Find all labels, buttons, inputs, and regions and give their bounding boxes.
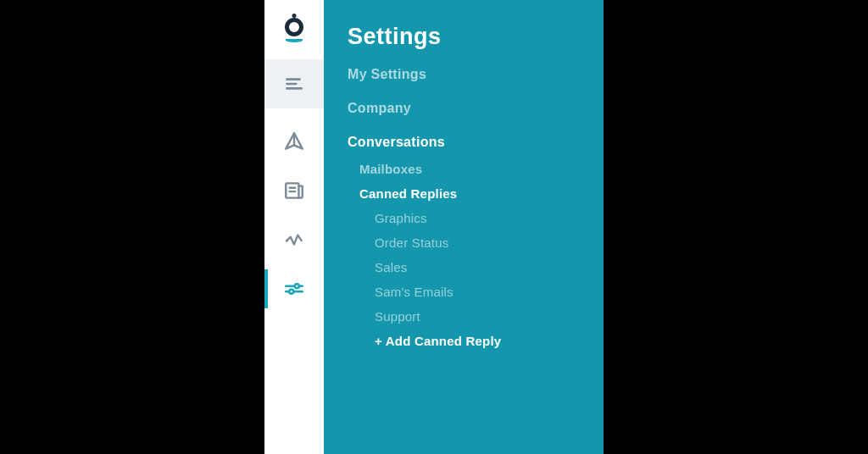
- nav-menu[interactable]: [264, 59, 324, 108]
- icon-rail: [264, 0, 324, 454]
- nav-company[interactable]: Company: [348, 101, 604, 116]
- panel-title: Settings: [348, 24, 604, 50]
- nav-my-settings[interactable]: My Settings: [348, 67, 604, 82]
- svg-point-10: [295, 284, 299, 288]
- newspaper-icon: [283, 180, 305, 202]
- reply-item[interactable]: Graphics: [375, 211, 604, 225]
- reply-item[interactable]: Support: [375, 309, 604, 324]
- app-shell: Settings My Settings Company Conversatio…: [264, 0, 604, 454]
- add-canned-reply-link[interactable]: + Add Canned Reply: [375, 334, 604, 348]
- reply-item[interactable]: Sales: [375, 260, 604, 274]
- nav-canned-replies[interactable]: Canned Replies: [359, 186, 604, 201]
- svg-point-11: [289, 290, 293, 294]
- logo-swoosh-icon: [286, 38, 303, 42]
- nav-analytics[interactable]: [264, 215, 324, 264]
- reply-item[interactable]: Sam's Emails: [375, 285, 604, 299]
- canned-replies-list: Graphics Order Status Sales Sam's Emails…: [359, 211, 604, 348]
- nav-conversations-heading[interactable]: Conversations: [348, 135, 604, 150]
- reply-item[interactable]: Order Status: [375, 235, 604, 250]
- settings-panel: Settings My Settings Company Conversatio…: [324, 0, 604, 454]
- logo-mark-icon: [285, 18, 303, 36]
- menu-lines-icon: [283, 73, 305, 95]
- nav-docs[interactable]: [264, 166, 324, 215]
- nav-send[interactable]: [264, 117, 324, 166]
- conversations-subnav: Mailboxes Canned Replies Graphics Order …: [348, 162, 604, 348]
- pulse-line-icon: [283, 229, 305, 251]
- paper-plane-icon: [283, 130, 305, 152]
- app-logo[interactable]: [264, 0, 324, 59]
- nav-settings[interactable]: [264, 264, 324, 313]
- sliders-icon: [283, 278, 305, 300]
- nav-mailboxes[interactable]: Mailboxes: [359, 162, 604, 176]
